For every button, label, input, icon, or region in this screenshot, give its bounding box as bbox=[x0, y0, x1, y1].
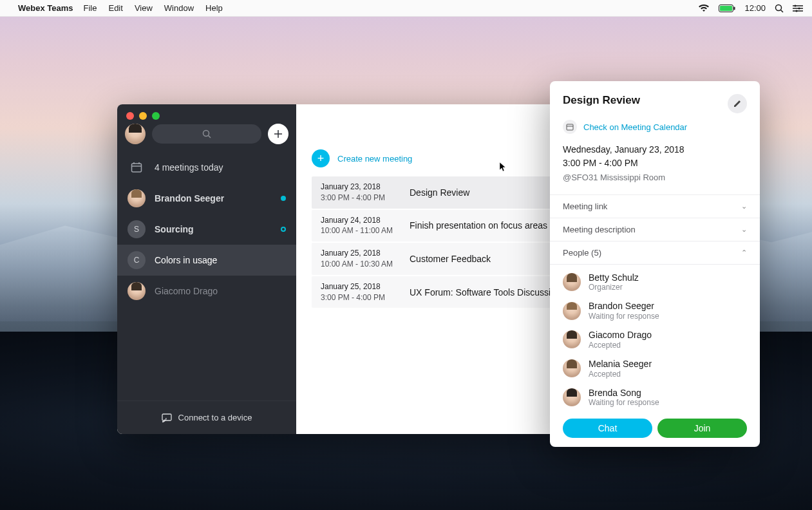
meeting-date: January 23, 2018 bbox=[321, 182, 398, 193]
plus-circle-icon: + bbox=[312, 149, 330, 167]
connect-device-button[interactable]: Connect to a device bbox=[117, 401, 296, 434]
join-button[interactable]: Join bbox=[657, 419, 747, 438]
person-status: Organizer bbox=[589, 283, 639, 292]
meeting-title: Design Review bbox=[410, 187, 469, 198]
calendar-link[interactable]: Check on Meeting Calendar bbox=[583, 122, 687, 132]
sidebar-item-label: Sourcing bbox=[155, 224, 194, 234]
chevron-down-icon: ⌄ bbox=[741, 202, 747, 211]
person-name: Brenda Song bbox=[589, 388, 659, 399]
calendar-icon bbox=[127, 158, 146, 176]
meeting-title: UX Forum: Software Tools Discussion bbox=[410, 287, 561, 298]
sidebar-item-label: Giacomo Drago bbox=[155, 286, 218, 296]
menu-view[interactable]: View bbox=[135, 3, 153, 13]
person-status: Waiting for response bbox=[589, 312, 659, 321]
chevron-down-icon: ⌄ bbox=[741, 225, 747, 234]
menu-file[interactable]: File bbox=[84, 3, 97, 13]
spotlight-icon[interactable] bbox=[775, 4, 784, 13]
sidebar-item-label: Brandon Seeger bbox=[155, 193, 224, 203]
svg-point-11 bbox=[203, 131, 209, 137]
sidebar-meetings-today[interactable]: 4 meetings today bbox=[117, 152, 296, 183]
chevron-up-icon: ⌃ bbox=[741, 249, 747, 257]
person-name: Brandon Seeger bbox=[589, 301, 659, 312]
cast-icon bbox=[162, 413, 172, 422]
menu-window[interactable]: Window bbox=[164, 3, 194, 13]
svg-point-10 bbox=[796, 10, 798, 12]
sidebar-item-sourcing[interactable]: S Sourcing bbox=[117, 214, 296, 245]
detail-date: Wednesday, January 23, 2018 bbox=[563, 143, 747, 156]
macos-menubar: Webex Teams File Edit View Window Help 1… bbox=[0, 0, 812, 17]
svg-point-3 bbox=[776, 5, 782, 10]
mention-indicator bbox=[281, 227, 286, 232]
svg-rect-19 bbox=[162, 414, 171, 420]
meeting-time: 3:00 PM - 4:00 PM bbox=[321, 292, 398, 303]
plus-icon bbox=[274, 129, 283, 138]
create-meeting-label: Create new meeting bbox=[337, 154, 412, 164]
wifi-icon[interactable] bbox=[698, 5, 710, 12]
battery-icon[interactable] bbox=[719, 5, 735, 12]
accordion-meeting-link[interactable]: Meeting link ⌄ bbox=[550, 195, 760, 218]
person-status: Waiting for response bbox=[589, 398, 659, 407]
app-name[interactable]: Webex Teams bbox=[18, 3, 73, 13]
meeting-detail-panel: Design Review Check on Meeting Calendar … bbox=[550, 81, 760, 447]
person-row[interactable]: Giacomo DragoAccepted bbox=[563, 330, 747, 350]
connect-device-label: Connect to a device bbox=[178, 413, 252, 422]
detail-time: 3:00 PM - 4:00 PM bbox=[563, 156, 747, 170]
meeting-date: January 24, 2018 bbox=[321, 215, 398, 226]
avatar bbox=[563, 273, 581, 291]
people-list: Betty SchulzOrganizer Brandon SeegerWait… bbox=[550, 265, 760, 411]
mouse-cursor bbox=[500, 162, 507, 175]
svg-line-12 bbox=[209, 136, 211, 138]
edit-button[interactable] bbox=[728, 94, 747, 113]
menu-edit[interactable]: Edit bbox=[108, 3, 122, 13]
svg-rect-1 bbox=[720, 6, 732, 11]
sidebar: 4 meetings today Brandon Seeger S Sourci… bbox=[117, 104, 296, 434]
unread-indicator bbox=[281, 196, 286, 201]
menu-help[interactable]: Help bbox=[205, 3, 223, 13]
calendar-mini-icon bbox=[563, 120, 577, 134]
menubar-clock[interactable]: 12:00 bbox=[744, 3, 766, 13]
svg-rect-15 bbox=[132, 164, 142, 172]
user-avatar[interactable] bbox=[125, 124, 146, 144]
search-icon bbox=[202, 129, 211, 138]
meeting-title: Finish presentation on focus areas bbox=[410, 220, 547, 231]
detail-title: Design Review bbox=[563, 94, 728, 107]
meeting-title: Customer Feedback bbox=[410, 254, 491, 264]
avatar bbox=[563, 388, 581, 406]
person-row[interactable]: Melania SeegerAccepted bbox=[563, 359, 747, 379]
svg-point-9 bbox=[798, 7, 800, 9]
chat-button[interactable]: Chat bbox=[563, 419, 652, 438]
avatar bbox=[127, 282, 146, 300]
person-row[interactable]: Brandon SeegerWaiting for response bbox=[563, 301, 747, 321]
avatar bbox=[563, 359, 581, 377]
meeting-date: January 25, 2018 bbox=[321, 281, 398, 292]
add-button[interactable] bbox=[268, 124, 288, 144]
person-status: Accepted bbox=[589, 341, 652, 350]
sidebar-item-giacomo[interactable]: Giacomo Drago bbox=[117, 276, 296, 307]
control-center-icon[interactable] bbox=[793, 5, 803, 12]
accordion-label: Meeting link bbox=[563, 202, 607, 211]
avatar bbox=[563, 302, 581, 320]
avatar bbox=[127, 189, 146, 207]
accordion-people[interactable]: People (5) ⌃ bbox=[550, 241, 760, 265]
space-initial-icon: C bbox=[127, 251, 146, 269]
accordion-meeting-description[interactable]: Meeting description ⌄ bbox=[550, 218, 760, 241]
window-maximize-button[interactable] bbox=[152, 112, 160, 120]
meeting-date: January 25, 2018 bbox=[321, 248, 398, 259]
sidebar-item-brandon[interactable]: Brandon Seeger bbox=[117, 183, 296, 214]
meeting-time: 10:00 AM - 10:30 AM bbox=[321, 259, 398, 270]
window-minimize-button[interactable] bbox=[139, 112, 147, 120]
svg-point-8 bbox=[795, 5, 797, 6]
person-row[interactable]: Betty SchulzOrganizer bbox=[563, 272, 747, 292]
accordion-label: Meeting description bbox=[563, 225, 636, 234]
sidebar-item-colors[interactable]: C Colors in usage bbox=[117, 245, 296, 276]
person-status: Accepted bbox=[589, 370, 652, 379]
meeting-time: 10:00 AM - 11:00 AM bbox=[321, 225, 398, 236]
svg-line-4 bbox=[781, 10, 784, 12]
window-close-button[interactable] bbox=[126, 112, 134, 120]
person-name: Betty Schulz bbox=[589, 272, 639, 283]
person-row[interactable]: Brenda SongWaiting for response bbox=[563, 388, 747, 408]
avatar bbox=[563, 330, 581, 348]
search-input[interactable] bbox=[152, 124, 261, 144]
person-name: Melania Seeger bbox=[589, 359, 652, 370]
person-name: Giacomo Drago bbox=[589, 330, 652, 341]
